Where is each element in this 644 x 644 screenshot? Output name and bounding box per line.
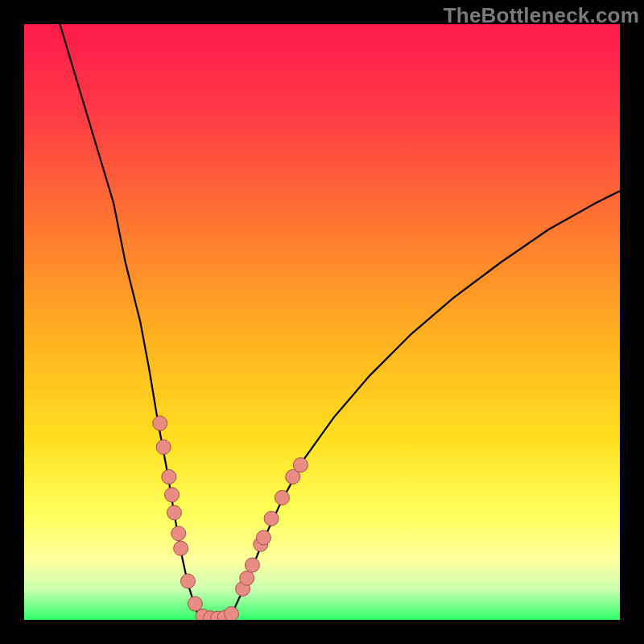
data-marker	[211, 611, 225, 620]
data-marker	[256, 530, 270, 545]
data-marker	[286, 469, 300, 484]
data-marker	[162, 469, 176, 484]
data-marker	[293, 458, 308, 473]
data-marker	[156, 440, 171, 454]
data-marker	[217, 610, 232, 620]
data-markers	[153, 416, 308, 620]
data-marker	[225, 607, 239, 620]
chart-svg	[24, 24, 620, 620]
data-marker	[174, 541, 188, 555]
data-marker	[167, 506, 181, 520]
data-marker	[240, 571, 254, 585]
data-marker	[236, 582, 250, 597]
data-marker	[264, 511, 279, 526]
data-marker	[275, 490, 289, 505]
data-marker	[165, 488, 180, 502]
plot-area	[24, 24, 620, 620]
bottleneck-curve	[60, 24, 620, 619]
data-marker	[188, 597, 202, 611]
data-marker	[196, 609, 210, 620]
data-marker	[204, 611, 218, 620]
data-marker	[254, 537, 268, 551]
watermark-text: TheBottleneck.com	[444, 3, 639, 28]
data-marker	[245, 558, 259, 572]
data-marker	[171, 526, 186, 541]
data-marker	[153, 416, 167, 431]
data-marker	[181, 574, 196, 588]
chart-frame: TheBottleneck.com	[0, 0, 644, 644]
